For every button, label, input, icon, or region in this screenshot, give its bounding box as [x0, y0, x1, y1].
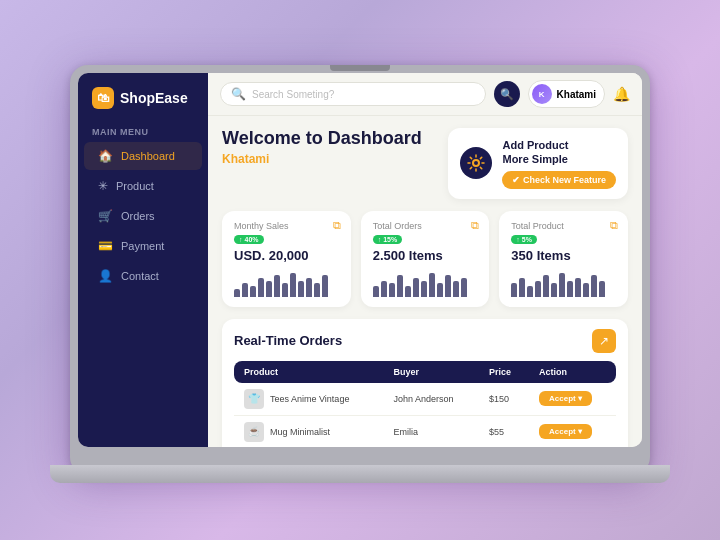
bar-segment: [599, 281, 605, 297]
welcome-title: Welcome to Dashboard: [222, 128, 422, 150]
product-name-0: Tees Anime Vintage: [270, 394, 349, 404]
sidebar-item-dashboard[interactable]: 🏠 Dashboard: [84, 142, 202, 170]
orders-header: Real-Time Orders ↗: [234, 329, 616, 353]
product-thumb-0: 👕: [244, 389, 264, 409]
bar-segment: [298, 281, 304, 297]
orders-expand-button[interactable]: ↗: [592, 329, 616, 353]
stat-card-monthly-sales: Monthy Sales ↑40% USD. 20,000 ⧉: [222, 211, 351, 307]
laptop-base: [50, 465, 670, 483]
logo-icon: 🛍: [92, 87, 114, 109]
accept-button-1[interactable]: Accept ▾: [539, 424, 592, 439]
stat-badge-product: ↑5%: [511, 235, 537, 244]
orders-icon: 🛒: [98, 209, 113, 223]
bar-segment: [389, 283, 395, 296]
stat-title-orders: Total Orders: [373, 221, 478, 231]
promo-title: Add ProductMore Simple: [502, 138, 616, 167]
stats-row: Monthy Sales ↑40% USD. 20,000 ⧉: [222, 211, 628, 307]
search-button[interactable]: 🔍: [494, 81, 520, 107]
sidebar-item-label-product: Product: [116, 180, 154, 192]
bar-segment: [429, 273, 435, 297]
welcome-row: Welcome to Dashboard Khatami: [222, 128, 628, 199]
product-thumb-1: ☕: [244, 422, 264, 442]
contact-icon: 👤: [98, 269, 113, 283]
orders-section: Real-Time Orders ↗ Product Buyer Price A…: [222, 319, 628, 447]
table-row: 👕 Tees Anime Vintage John Anderson $150 …: [234, 383, 616, 416]
orders-table-body: 👕 Tees Anime Vintage John Anderson $150 …: [234, 383, 616, 447]
sidebar-item-label-dashboard: Dashboard: [121, 150, 175, 162]
product-name-1: Mug Minimalist: [270, 427, 330, 437]
product-cell-1: ☕ Mug Minimalist: [234, 415, 384, 447]
bar-segment: [461, 278, 467, 297]
topbar-right: 🔍 K Khatami 🔔: [494, 80, 630, 108]
stat-title-product: Total Product: [511, 221, 616, 231]
bar-segment: [535, 281, 541, 297]
sidebar-item-product[interactable]: ✳ Product: [84, 172, 202, 200]
mini-bars-monthly: [234, 269, 339, 297]
laptop-notch: [330, 65, 390, 71]
bar-segment: [527, 286, 533, 297]
promo-text-block: Add ProductMore Simple ✔ Check New Featu…: [502, 138, 616, 189]
bell-icon[interactable]: 🔔: [613, 86, 630, 102]
laptop-frame: 🛍 ShopEase Main Menu 🏠 Dashboard ✳ Produ…: [70, 65, 650, 475]
sidebar-item-contact[interactable]: 👤 Contact: [84, 262, 202, 290]
copy-icon-monthly[interactable]: ⧉: [333, 219, 341, 232]
bar-segment: [453, 281, 459, 297]
bar-segment: [575, 278, 581, 297]
dashboard-icon: 🏠: [98, 149, 113, 163]
bar-segment: [591, 275, 597, 296]
action-cell-1: Accept ▾: [529, 415, 616, 447]
mini-bars-orders: [373, 269, 478, 297]
bar-segment: [234, 289, 240, 297]
app-container: 🛍 ShopEase Main Menu 🏠 Dashboard ✳ Produ…: [78, 73, 642, 447]
orders-table-head: Product Buyer Price Action: [234, 361, 616, 383]
sidebar: 🛍 ShopEase Main Menu 🏠 Dashboard ✳ Produ…: [78, 73, 208, 447]
action-cell-0: Accept ▾: [529, 383, 616, 416]
stat-value-monthly: USD. 20,000: [234, 248, 339, 263]
bar-segment: [511, 283, 517, 296]
copy-icon-product[interactable]: ⧉: [610, 219, 618, 232]
sidebar-item-orders[interactable]: 🛒 Orders: [84, 202, 202, 230]
table-row: ☕ Mug Minimalist Emilia $55 Accept ▾: [234, 415, 616, 447]
gear-icon: [466, 153, 486, 173]
buyer-cell-1: Emilia: [384, 415, 479, 447]
user-pill: K Khatami: [528, 80, 605, 108]
buyer-cell-0: John Anderson: [384, 383, 479, 416]
promo-icon: [460, 147, 492, 179]
accept-button-0[interactable]: Accept ▾: [539, 391, 592, 406]
search-btn-icon: 🔍: [500, 88, 514, 101]
check-new-feature-button[interactable]: ✔ Check New Feature: [502, 171, 616, 189]
laptop-screen: 🛍 ShopEase Main Menu 🏠 Dashboard ✳ Produ…: [78, 73, 642, 447]
topbar: 🔍 Search Someting? 🔍 K Khatami 🔔: [208, 73, 642, 116]
bar-segment: [381, 281, 387, 297]
bar-segment: [567, 281, 573, 297]
orders-title: Real-Time Orders: [234, 333, 342, 348]
bar-segment: [397, 275, 403, 296]
bar-segment: [373, 286, 379, 297]
bar-segment: [258, 278, 264, 297]
stat-title-monthly: Monthy Sales: [234, 221, 339, 231]
sidebar-item-payment[interactable]: 💳 Payment: [84, 232, 202, 260]
search-bar-icon: 🔍: [231, 87, 246, 101]
price-cell-1: $55: [479, 415, 529, 447]
bar-segment: [405, 286, 411, 297]
col-price: Price: [479, 361, 529, 383]
stat-card-total-product: Total Product ↑5% 350 Items ⧉: [499, 211, 628, 307]
welcome-username: Khatami: [222, 152, 422, 166]
search-bar[interactable]: 🔍 Search Someting?: [220, 82, 486, 106]
col-product: Product: [234, 361, 384, 383]
product-icon: ✳: [98, 179, 108, 193]
sidebar-item-label-contact: Contact: [121, 270, 159, 282]
stat-badge-orders: ↑15%: [373, 235, 403, 244]
bar-segment: [322, 275, 328, 296]
bar-segment: [282, 283, 288, 296]
sidebar-item-label-payment: Payment: [121, 240, 164, 252]
copy-icon-orders[interactable]: ⧉: [471, 219, 479, 232]
bar-segment: [559, 273, 565, 297]
bar-segment: [266, 281, 272, 297]
bar-segment: [421, 281, 427, 297]
payment-icon: 💳: [98, 239, 113, 253]
bar-segment: [543, 275, 549, 296]
stat-value-orders: 2.500 Items: [373, 248, 478, 263]
bar-segment: [242, 283, 248, 296]
bar-segment: [413, 278, 419, 297]
